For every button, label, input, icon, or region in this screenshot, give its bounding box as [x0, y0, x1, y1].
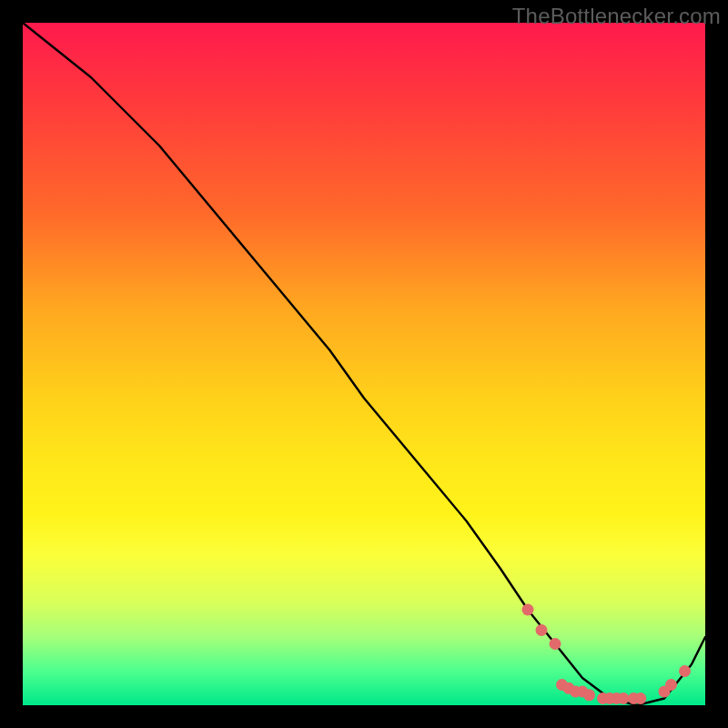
scatter-point [634, 693, 646, 704]
scatter-point [679, 665, 691, 677]
scatter-point [618, 693, 630, 704]
scatter-point [550, 638, 561, 650]
plot-area [23, 23, 705, 705]
scatter-point [665, 679, 677, 691]
scatter-markers [522, 604, 692, 705]
line-series [23, 23, 705, 705]
scatter-point [522, 604, 534, 616]
chart-frame: TheBottlenecker.com [0, 0, 728, 728]
scatter-point [536, 624, 548, 636]
chart-svg [23, 23, 705, 705]
scatter-point [583, 689, 595, 701]
